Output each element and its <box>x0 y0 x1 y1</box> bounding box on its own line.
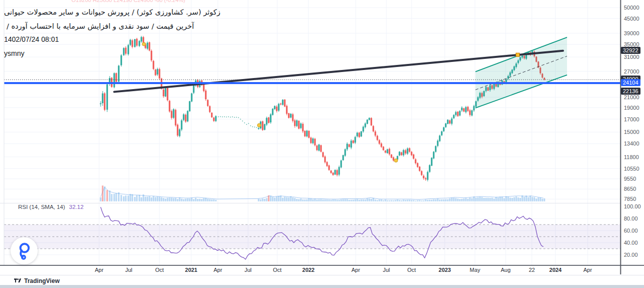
volume-bar <box>199 199 201 201</box>
pivot-marker <box>258 123 261 127</box>
tradingview-link[interactable]: TradingView <box>14 277 59 284</box>
candle-body <box>377 136 378 140</box>
volume-bar <box>465 198 467 201</box>
volume-bar <box>302 199 304 201</box>
volume-bar <box>181 198 183 201</box>
candle-body <box>215 116 217 121</box>
candle-body <box>282 100 284 105</box>
candle-body <box>327 162 328 166</box>
volume-bar <box>185 199 187 201</box>
candle-body <box>409 148 411 152</box>
candle-body <box>473 106 475 111</box>
volume-bar <box>357 199 358 201</box>
volume-bar <box>457 198 459 201</box>
candle-body <box>439 135 441 141</box>
volume-bar <box>469 198 471 201</box>
price-tick-label: 9550 <box>624 176 636 182</box>
gap-dot <box>250 125 251 126</box>
candle-body <box>159 69 160 78</box>
gap-dot <box>246 124 247 125</box>
volume-bar <box>496 197 497 201</box>
chart-footer: TradingView <box>0 275 644 285</box>
volume-bar <box>290 196 292 201</box>
volume-bar <box>276 196 278 201</box>
candle-body <box>268 117 270 123</box>
volume-bar <box>104 186 106 201</box>
price-tick-label: 31000 <box>624 54 639 60</box>
candle-body <box>419 167 421 171</box>
candle-body <box>123 48 125 55</box>
candle-body <box>207 100 209 106</box>
volume-bar <box>433 199 435 201</box>
ohlc-readout: O19200 H25650 L24190 C24900 -60 (-0.24%) <box>71 0 185 3</box>
price-badge-32922: 32922 <box>621 47 640 54</box>
volume-bar <box>102 186 104 201</box>
gap-dot <box>256 127 257 128</box>
volume-bar <box>264 199 266 201</box>
volume-bar <box>260 199 262 201</box>
time-tick-label: Jul <box>125 267 132 273</box>
volume-bar <box>475 198 477 201</box>
candle-body <box>300 123 302 128</box>
candle-body <box>118 65 120 82</box>
candle-body <box>183 114 185 120</box>
volume-bar <box>300 198 302 201</box>
gap-dot <box>240 119 241 120</box>
volume-bar <box>177 199 179 201</box>
volume-bar <box>399 200 400 201</box>
time-tick-label: 2024 <box>549 267 561 273</box>
candle-body <box>264 124 266 130</box>
volume-bar <box>508 197 509 201</box>
last-update-datetime: 1402/07/24 08:01 <box>4 35 59 43</box>
volume-bar <box>284 197 286 201</box>
tradingview-icon <box>14 278 21 284</box>
candle-body <box>121 55 122 65</box>
volume-bar <box>280 195 282 201</box>
candle-body <box>359 133 360 137</box>
candle-body <box>423 176 425 178</box>
candle-body <box>457 112 459 116</box>
volume-bar <box>397 199 398 201</box>
volume-bar <box>201 199 203 201</box>
volume-bar <box>401 200 403 201</box>
volume-bar <box>365 199 366 201</box>
candle-body <box>421 171 423 175</box>
volume-bar <box>343 199 344 201</box>
candle-body <box>365 123 366 127</box>
price-badge-22136: 22136 <box>621 88 640 95</box>
volume-bar <box>391 200 392 201</box>
candle-body <box>349 145 350 147</box>
volume-bar <box>325 199 326 201</box>
volume-bar <box>333 199 334 201</box>
price-tick-label: 21000 <box>624 94 639 100</box>
volume-bar <box>528 197 529 201</box>
volume-bar <box>461 199 463 201</box>
symbol-title[interactable]: زکوثر (سر. کشاورزی کوثر) / پرورش حیوانات… <box>4 8 220 16</box>
volume-bar <box>282 198 284 201</box>
time-tick-label: 2021 <box>185 267 197 273</box>
volume-bar <box>427 200 429 201</box>
volume-bar <box>492 198 493 201</box>
candle-body <box>274 106 276 109</box>
volume-bar <box>477 197 479 201</box>
volume-bar <box>522 195 523 201</box>
time-tick-label: Apr <box>583 267 592 273</box>
candle-body <box>286 106 288 114</box>
rsi-indicator-legend[interactable]: RSI (14, SMA, 14)32.12 <box>18 204 84 210</box>
candle-body <box>373 126 374 131</box>
candle-body <box>407 149 409 154</box>
volume-bar <box>459 199 461 201</box>
volume-bar <box>349 200 350 201</box>
volume-bar <box>132 194 133 201</box>
chart-canvas[interactable] <box>0 0 644 275</box>
candle-body <box>163 90 165 97</box>
volume-bar <box>403 200 405 201</box>
candle-body <box>310 137 312 143</box>
volume-bar <box>534 197 535 201</box>
price-tick-label: 13400 <box>624 140 639 147</box>
time-tick-label: Jul <box>383 267 390 273</box>
candle-body <box>445 123 447 127</box>
candle-body <box>296 120 298 126</box>
time-tick-label: Jul <box>245 267 252 273</box>
volume-bar <box>145 197 146 201</box>
